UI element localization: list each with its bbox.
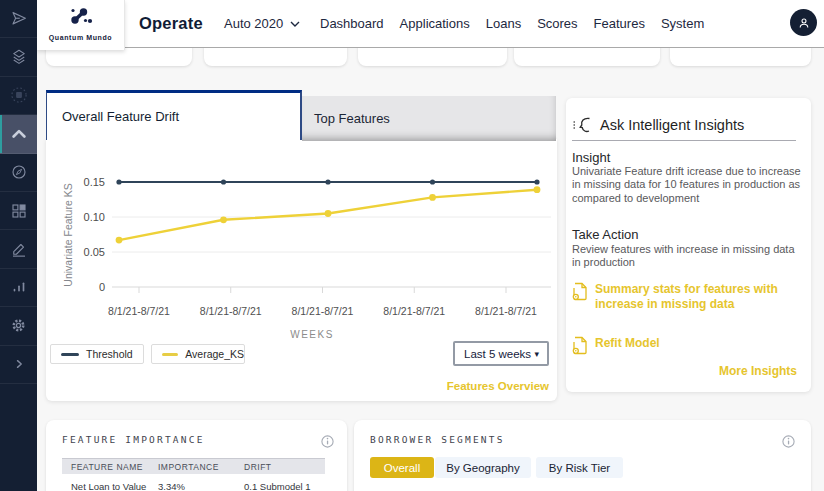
svg-text:8/1/21-8/7/21: 8/1/21-8/7/21 — [383, 305, 445, 317]
sidebar-item-expand[interactable] — [0, 346, 37, 384]
header: Quantum Mundo Operate Auto 2020 Dashboar… — [37, 0, 824, 48]
nav-system[interactable]: System — [661, 16, 704, 31]
borrower-segments-title: BORROWER SEGMENTS — [370, 434, 505, 445]
cell-drift: 0.1 Submodel 1 — [244, 481, 311, 491]
chevron-right-icon — [10, 355, 28, 373]
compass-icon — [10, 163, 28, 181]
send-icon — [10, 10, 28, 28]
more-insights-link[interactable]: More Insights — [719, 364, 797, 378]
insights-title: Ask Intelligent Insights — [600, 117, 744, 133]
nav-features[interactable]: Features — [594, 16, 645, 31]
take-action-body: Review features with increase in missing… — [572, 243, 806, 270]
sidebar-item-metrics[interactable] — [0, 269, 37, 307]
svg-text:8/1/21-8/7/21: 8/1/21-8/7/21 — [475, 305, 537, 317]
metrics-icon — [10, 278, 28, 296]
insights-header: Ask Intelligent Insights — [572, 115, 744, 135]
col-feature-name: FEATURE NAME — [71, 462, 143, 472]
svg-text:Univariate Feature KS: Univariate Feature KS — [62, 183, 74, 286]
features-overview-link[interactable]: Features Overview — [447, 380, 549, 392]
quantum-mundo-logo-icon — [66, 5, 96, 29]
sidebar — [0, 0, 37, 491]
ai-assistant-icon — [572, 115, 594, 135]
brand-logo[interactable]: Quantum Mundo — [37, 0, 125, 50]
borrower-segments-card: BORROWER SEGMENTS Overall By Geography B… — [354, 420, 811, 491]
svg-text:0.05: 0.05 — [84, 246, 105, 258]
tab-overall-feature-drift[interactable]: Overall Feature Drift — [46, 90, 302, 140]
sidebar-item-layers[interactable] — [0, 38, 37, 76]
brand-name: Quantum Mundo — [37, 34, 124, 41]
feature-drift-chart-card: 00.050.100.15Univariate Feature KS8/1/21… — [46, 139, 557, 401]
sidebar-item-edit[interactable] — [0, 230, 37, 268]
col-drift: DRIFT — [244, 462, 272, 472]
insight-heading: Insight — [572, 150, 610, 165]
legend-threshold[interactable]: Threshold — [50, 344, 144, 364]
range-selector[interactable]: Last 5 weeks▾ — [453, 341, 549, 366]
layers-icon — [10, 48, 28, 66]
tab-top-features[interactable]: Top Features — [302, 96, 556, 141]
threshold-swatch — [61, 353, 79, 356]
sidebar-item-modules[interactable] — [0, 192, 37, 230]
svg-text:8/1/21-8/7/21: 8/1/21-8/7/21 — [292, 305, 354, 317]
report-icon — [572, 282, 588, 301]
chevron-down-icon — [290, 21, 300, 27]
main-nav: Dashboard Applications Loans Scores Feat… — [320, 16, 720, 31]
svg-text:8/1/21-8/7/21: 8/1/21-8/7/21 — [108, 305, 170, 317]
report-icon — [572, 336, 588, 355]
nav-applications[interactable]: Applications — [400, 16, 470, 31]
scan-icon — [9, 85, 29, 105]
action-refit-model[interactable]: Refit Model — [572, 336, 660, 355]
svg-text:0: 0 — [99, 281, 105, 293]
average-ks-swatch — [162, 353, 178, 356]
info-icon[interactable] — [782, 435, 795, 448]
svg-text:0.10: 0.10 — [84, 211, 105, 223]
sidebar-item-scan[interactable] — [0, 77, 37, 115]
product-title: Operate — [139, 14, 203, 33]
cell-importance: 3.34% — [158, 481, 185, 491]
segment-by-risk-tier[interactable]: By Risk Tier — [536, 457, 623, 478]
col-importance: IMPORTANCE — [158, 462, 219, 472]
sidebar-item-compass[interactable] — [0, 154, 37, 192]
nav-scores[interactable]: Scores — [537, 16, 577, 31]
sidebar-item-monitor[interactable] — [0, 115, 37, 153]
legend-average-ks[interactable]: Average_KS — [151, 344, 245, 364]
cell-feature-name: Net Loan to Value — [71, 481, 146, 491]
info-icon[interactable] — [321, 435, 334, 448]
feature-drift-chart: 00.050.100.15Univariate Feature KS8/1/21… — [46, 139, 557, 343]
sidebar-item-send[interactable] — [0, 0, 37, 38]
svg-text:8/1/21-8/7/21: 8/1/21-8/7/21 — [200, 305, 262, 317]
chevron-up-icon — [9, 124, 29, 144]
insights-panel: Ask Intelligent Insights Insight Univari… — [566, 98, 811, 392]
avatar[interactable] — [790, 9, 817, 36]
segment-overall[interactable]: Overall — [370, 457, 434, 478]
modules-icon — [10, 202, 28, 220]
action-summary-stats[interactable]: Summary stats for features with increase… — [572, 282, 795, 312]
nav-loans[interactable]: Loans — [486, 16, 521, 31]
divider — [572, 140, 796, 141]
insight-body: Univariate Feature drift icrease due to … — [572, 165, 806, 205]
person-icon — [797, 16, 811, 30]
take-action-heading: Take Action — [572, 227, 639, 242]
gear-icon — [9, 316, 28, 335]
nav-dashboard[interactable]: Dashboard — [320, 16, 384, 31]
segment-by-geography[interactable]: By Geography — [435, 457, 531, 478]
sidebar-item-settings[interactable] — [0, 307, 37, 345]
model-selector[interactable]: Auto 2020 — [224, 16, 300, 31]
pencil-icon — [10, 240, 28, 258]
feature-importance-card: FEATURE IMPORTANCE FEATURE NAME IMPORTAN… — [46, 420, 347, 491]
svg-text:WEEKS: WEEKS — [290, 329, 334, 339]
dropdown-caret-icon: ▾ — [534, 349, 539, 359]
feature-importance-title: FEATURE IMPORTANCE — [62, 434, 205, 445]
svg-text:0.15: 0.15 — [84, 176, 105, 188]
